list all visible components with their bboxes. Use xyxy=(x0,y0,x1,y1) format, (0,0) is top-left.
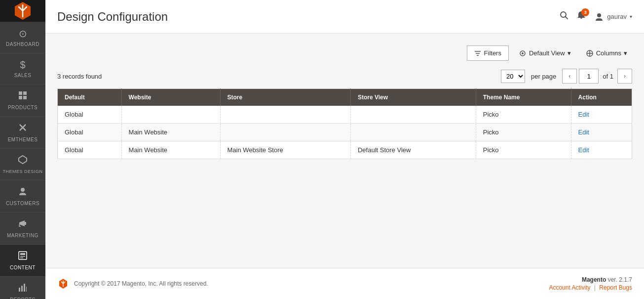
sidebar-item-customers[interactable]: CUSTOMERS xyxy=(0,180,45,213)
report-bugs-link[interactable]: Report Bugs xyxy=(599,284,632,291)
svg-point-19 xyxy=(597,13,601,17)
svg-line-18 xyxy=(566,17,568,19)
sidebar-item-marketing[interactable]: MARKETING xyxy=(0,213,45,245)
records-bar: 3 records found 20 30 50 per page ‹ of 1… xyxy=(57,69,632,84)
default-view-label: Default View xyxy=(529,49,565,57)
svg-rect-10 xyxy=(20,253,25,255)
col-default: Default xyxy=(58,89,122,106)
cell-default-2: Global xyxy=(58,141,122,159)
col-store-view: Store View xyxy=(350,89,476,106)
cell-action-0: Edit xyxy=(571,106,632,124)
sidebar-item-sales[interactable]: $ SALES xyxy=(0,53,45,85)
sidebar-item-content[interactable]: CONTENT xyxy=(0,245,45,277)
products-icon xyxy=(18,90,28,103)
cell-default-0: Global xyxy=(58,106,122,124)
svg-marker-6 xyxy=(19,156,27,164)
footer-copyright: Copyright © 2017 Magento, Inc. All right… xyxy=(74,280,208,287)
sidebar-item-emthemes[interactable]: EMTHEMES xyxy=(0,117,45,149)
records-found: 3 records found xyxy=(57,73,102,80)
of-total-pages: of 1 xyxy=(603,73,613,80)
footer-left: Copyright © 2017 Magento, Inc. All right… xyxy=(57,278,208,290)
search-button[interactable] xyxy=(560,11,568,22)
table-row: Global Main Website Picko Edit xyxy=(58,124,632,141)
sidebar-item-reports[interactable]: REPORTS xyxy=(0,277,45,299)
cell-website-1: Main Website xyxy=(121,124,220,141)
svg-rect-1 xyxy=(23,91,27,95)
account-activity-link[interactable]: Account Activity xyxy=(549,284,590,291)
svg-rect-11 xyxy=(20,256,25,257)
sidebar-item-marketing-label: MARKETING xyxy=(7,233,38,238)
footer-version-label: Magento ver. 2.1.7 xyxy=(582,276,632,283)
magento-brand: Magento xyxy=(582,276,606,283)
svg-rect-15 xyxy=(24,284,25,292)
user-menu-button[interactable]: gaurav ▾ xyxy=(594,12,632,22)
sidebar-item-themes-design[interactable]: THEMES DESIGN xyxy=(0,149,45,180)
cell-store-1 xyxy=(220,124,350,141)
columns-label: Columns xyxy=(596,49,621,57)
logo[interactable] xyxy=(0,0,45,22)
svg-rect-14 xyxy=(21,286,23,292)
svg-rect-13 xyxy=(19,288,20,292)
columns-button[interactable]: Columns ▾ xyxy=(581,46,632,61)
header-actions: 3 gaurav ▾ xyxy=(560,10,632,23)
col-website: Website xyxy=(121,89,220,106)
sidebar-item-content-label: CONTENT xyxy=(10,265,36,270)
table-header-row: Default Website Store Store View Theme N… xyxy=(58,89,632,106)
col-theme-name: Theme Name xyxy=(476,89,571,106)
col-store: Store xyxy=(220,89,350,106)
customers-icon xyxy=(18,186,28,199)
user-name: gaurav xyxy=(607,13,627,20)
filters-label: Filters xyxy=(484,49,501,57)
sidebar-item-products[interactable]: PRODUCTS xyxy=(0,85,45,117)
prev-page-button[interactable]: ‹ xyxy=(562,69,577,84)
columns-dropdown-icon: ▾ xyxy=(624,49,627,57)
svg-rect-0 xyxy=(19,91,22,95)
cell-store-view-2: Default Store View xyxy=(350,141,476,159)
table-row: Global Main Website Main Website Store D… xyxy=(58,141,632,159)
content-icon xyxy=(18,251,28,263)
cell-theme-name-1: Picko xyxy=(476,124,571,141)
sidebar-item-products-label: PRODUCTS xyxy=(8,105,38,110)
emthemes-icon xyxy=(18,123,28,135)
page-title: Design Configuration xyxy=(57,10,168,24)
cell-website-2: Main Website xyxy=(121,141,220,159)
top-header: Design Configuration 3 g xyxy=(45,0,644,34)
edit-link-1[interactable]: Edit xyxy=(578,128,589,136)
table-body: Global Picko Edit Global Main Website Pi… xyxy=(58,106,632,159)
dashboard-icon: ⊙ xyxy=(19,28,27,40)
sidebar-item-dashboard-label: DASHBOARD xyxy=(6,42,39,47)
sidebar-item-dashboard[interactable]: ⊙ DASHBOARD xyxy=(0,22,45,53)
filters-button[interactable]: Filters xyxy=(467,45,509,61)
col-action: Action xyxy=(571,89,632,106)
footer-version: ver. 2.1.7 xyxy=(608,276,632,283)
svg-rect-2 xyxy=(19,96,22,99)
pagination: 20 30 50 per page ‹ of 1 › xyxy=(501,69,632,84)
footer-separator: | xyxy=(594,284,596,291)
cell-action-2: Edit xyxy=(571,141,632,159)
footer-links: Account Activity | Report Bugs xyxy=(549,284,632,291)
sidebar-item-reports-label: REPORTS xyxy=(10,297,36,299)
content-area: Filters Default View ▾ Columns ▾ xyxy=(45,34,644,268)
page-size-select[interactable]: 20 30 50 xyxy=(501,70,525,83)
sidebar-item-customers-label: CUSTOMERS xyxy=(6,201,39,206)
next-page-button[interactable]: › xyxy=(617,69,632,84)
page-number-input[interactable] xyxy=(579,69,599,84)
edit-link-2[interactable]: Edit xyxy=(578,146,589,154)
cell-store-view-1 xyxy=(350,124,476,141)
svg-rect-8 xyxy=(25,222,26,225)
main-area: Design Configuration 3 g xyxy=(45,0,644,299)
default-view-button[interactable]: Default View ▾ xyxy=(514,46,576,61)
themes-design-icon xyxy=(18,155,28,167)
notification-count: 3 xyxy=(581,8,589,16)
sidebar: ⊙ DASHBOARD $ SALES PRODUCTS EMTHEMES xyxy=(0,0,45,299)
footer: Copyright © 2017 Magento, Inc. All right… xyxy=(45,268,644,299)
user-menu-chevron: ▾ xyxy=(630,14,632,19)
svg-rect-12 xyxy=(20,257,23,258)
edit-link-0[interactable]: Edit xyxy=(578,111,589,118)
data-table: Default Website Store Store View Theme N… xyxy=(57,88,632,159)
svg-rect-16 xyxy=(26,287,27,292)
reports-icon xyxy=(18,283,28,295)
notification-button[interactable]: 3 xyxy=(576,10,586,23)
svg-rect-3 xyxy=(23,96,27,99)
cell-theme-name-2: Picko xyxy=(476,141,571,159)
